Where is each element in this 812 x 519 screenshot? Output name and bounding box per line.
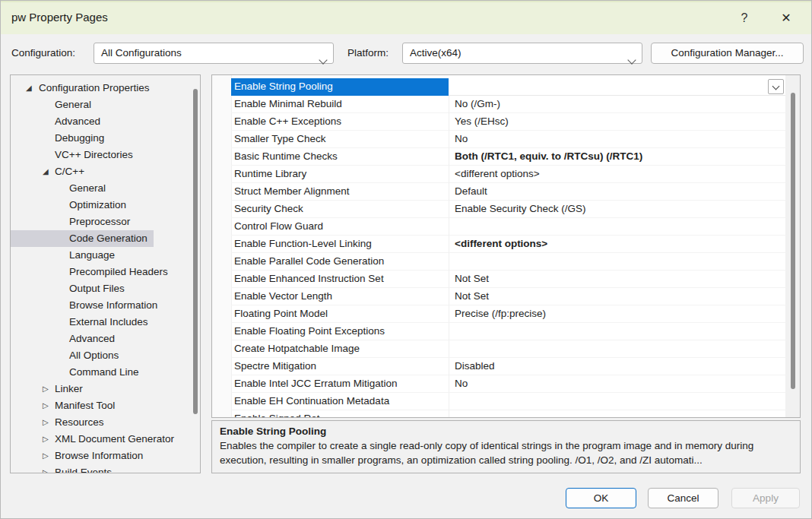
property-value[interactable]	[449, 323, 785, 340]
tree-item-advanced[interactable]: Advanced	[11, 331, 188, 347]
tree-item-debugging[interactable]: Debugging	[11, 130, 188, 147]
tree-item-browse-information[interactable]: ▷Browse Information	[11, 448, 188, 464]
property-row-runtime-library[interactable]: Runtime Library<different options>	[231, 166, 785, 183]
property-row-control-flow-guard[interactable]: Control Flow Guard	[231, 218, 785, 236]
grid-scrollbar-thumb[interactable]	[791, 93, 795, 389]
configuration-manager-button[interactable]: Configuration Manager...	[651, 43, 804, 64]
cancel-button[interactable]: Cancel	[648, 488, 718, 508]
help-icon[interactable]: ?	[734, 8, 755, 28]
tree-item-optimization[interactable]: Optimization	[11, 197, 188, 214]
property-row-enable-string-pooling[interactable]: Enable String Pooling	[231, 78, 785, 96]
property-row-enable-eh-continuation-metadata[interactable]: Enable EH Continuation Metadata	[231, 393, 785, 410]
collapsed-arrow-icon[interactable]: ▷	[43, 381, 49, 397]
property-name[interactable]: Floating Point Model	[231, 305, 449, 323]
property-row-enable-floating-point-exceptions[interactable]: Enable Floating Point Exceptions	[231, 323, 785, 340]
property-row-create-hotpatchable-image[interactable]: Create Hotpatchable Image	[231, 340, 785, 358]
tree-item-external-includes[interactable]: External Includes	[11, 314, 188, 331]
property-name[interactable]: Spectre Mitigation	[231, 358, 449, 375]
property-name[interactable]: Enable EH Continuation Metadata	[231, 393, 449, 410]
platform-dropdown[interactable]: Active(x64)	[402, 43, 642, 64]
tree-item-build-events[interactable]: ▷Build Events	[11, 464, 188, 473]
property-row-struct-member-alignment[interactable]: Struct Member AlignmentDefault	[231, 183, 785, 201]
property-name[interactable]: Enable Vector Length	[231, 288, 449, 305]
value-dropdown-button[interactable]	[768, 79, 784, 94]
tree-scrollbar[interactable]	[193, 89, 198, 414]
property-row-enable-intel-jcc-erratum-mitigation[interactable]: Enable Intel JCC Erratum MitigationNo	[231, 375, 785, 393]
property-value[interactable]	[449, 253, 785, 271]
property-value[interactable]: Not Set	[449, 271, 785, 288]
property-name[interactable]: Enable Signed Ret	[231, 410, 449, 417]
property-value[interactable]: Both (/RTC1, equiv. to /RTCsu) (/RTC1)	[449, 148, 785, 166]
property-name[interactable]: Smaller Type Check	[231, 131, 449, 148]
tree-item-linker[interactable]: ▷Linker	[11, 381, 188, 397]
property-value[interactable]: Not Set	[449, 288, 785, 305]
property-name[interactable]: Enable Function-Level Linking	[231, 236, 449, 253]
expanded-arrow-icon[interactable]: ◢	[43, 163, 49, 180]
tree-item-c-c[interactable]: ◢C/C++	[11, 163, 188, 180]
tree-item-configuration-properties[interactable]: ◢Configuration Properties	[11, 80, 188, 97]
property-row-security-check[interactable]: Security CheckEnable Security Check (/GS…	[231, 201, 785, 218]
property-name[interactable]: Basic Runtime Checks	[231, 148, 449, 166]
property-value[interactable]: No	[449, 131, 785, 148]
tree-item-output-files[interactable]: Output Files	[11, 280, 188, 297]
tree-item-precompiled-headers[interactable]: Precompiled Headers	[11, 264, 188, 280]
property-value[interactable]: No	[449, 375, 785, 393]
property-value[interactable]: Yes (/EHsc)	[449, 113, 785, 131]
property-name[interactable]: Enable Enhanced Instruction Set	[231, 271, 449, 288]
property-name[interactable]: Enable Intel JCC Erratum Mitigation	[231, 375, 449, 393]
property-value[interactable]	[449, 78, 785, 96]
tree-item-browse-information[interactable]: Browse Information	[11, 297, 188, 314]
property-name[interactable]: Enable C++ Exceptions	[231, 113, 449, 131]
property-name[interactable]: Struct Member Alignment	[231, 183, 449, 201]
property-value[interactable]: Default	[449, 183, 785, 201]
property-value[interactable]	[449, 410, 785, 417]
property-row-enable-minimal-rebuild[interactable]: Enable Minimal RebuildNo (/Gm-)	[231, 96, 785, 113]
property-row-spectre-mitigation[interactable]: Spectre MitigationDisabled	[231, 358, 785, 375]
ok-button[interactable]: OK	[566, 488, 636, 508]
property-row-enable-parallel-code-generation[interactable]: Enable Parallel Code Generation	[231, 253, 785, 271]
property-value[interactable]: No (/Gm-)	[449, 96, 785, 113]
property-value[interactable]: Disabled	[449, 358, 785, 375]
property-row-enable-enhanced-instruction-set[interactable]: Enable Enhanced Instruction SetNot Set	[231, 271, 785, 288]
property-name[interactable]: Control Flow Guard	[231, 218, 449, 236]
property-row-enable-c-exceptions[interactable]: Enable C++ ExceptionsYes (/EHsc)	[231, 113, 785, 131]
tree-item-preprocessor[interactable]: Preprocessor	[11, 214, 188, 230]
property-row-smaller-type-check[interactable]: Smaller Type CheckNo	[231, 131, 785, 148]
property-value[interactable]	[449, 218, 785, 236]
collapsed-arrow-icon[interactable]: ▷	[43, 464, 49, 473]
tree-item-general[interactable]: General	[11, 180, 188, 197]
collapsed-arrow-icon[interactable]: ▷	[43, 448, 49, 464]
property-row-enable-vector-length[interactable]: Enable Vector LengthNot Set	[231, 288, 785, 305]
expanded-arrow-icon[interactable]: ◢	[26, 80, 32, 97]
tree-item-general[interactable]: General	[11, 97, 188, 113]
property-value[interactable]: <different options>	[449, 166, 785, 183]
tree-item-vc-directories[interactable]: VC++ Directories	[11, 147, 188, 163]
tree-item-all-options[interactable]: All Options	[11, 347, 188, 364]
property-row-basic-runtime-checks[interactable]: Basic Runtime ChecksBoth (/RTC1, equiv. …	[231, 148, 785, 166]
property-name[interactable]: Enable Floating Point Exceptions	[231, 323, 449, 340]
property-name[interactable]: Create Hotpatchable Image	[231, 340, 449, 358]
property-value[interactable]: <different options>	[449, 236, 785, 253]
close-icon[interactable]: ✕	[775, 8, 798, 28]
tree-item-code-generation[interactable]: Code Generation	[11, 230, 188, 247]
tree-item-resources[interactable]: ▷Resources	[11, 414, 188, 431]
property-value[interactable]	[449, 340, 785, 358]
tree-item-xml-document-generator[interactable]: ▷XML Document Generator	[11, 431, 188, 448]
property-value[interactable]	[449, 393, 785, 410]
tree-item-language[interactable]: Language	[11, 247, 188, 264]
property-name[interactable]: Runtime Library	[231, 166, 449, 183]
property-row-enable-function-level-linking[interactable]: Enable Function-Level Linking<different …	[231, 236, 785, 253]
collapsed-arrow-icon[interactable]: ▷	[43, 431, 49, 448]
grid-scrollbar-track[interactable]	[785, 75, 800, 417]
tree-item-command-line[interactable]: Command Line	[11, 364, 188, 381]
property-name[interactable]: Enable Minimal Rebuild	[231, 96, 449, 113]
property-row-floating-point-model[interactable]: Floating Point ModelPrecise (/fp:precise…	[231, 305, 785, 323]
property-name[interactable]: Enable String Pooling	[231, 78, 449, 96]
collapsed-arrow-icon[interactable]: ▷	[43, 397, 49, 414]
collapsed-arrow-icon[interactable]: ▷	[43, 414, 49, 431]
property-value[interactable]: Enable Security Check (/GS)	[449, 201, 785, 218]
configuration-dropdown[interactable]: All Configurations	[94, 43, 334, 64]
property-name[interactable]: Security Check	[231, 201, 449, 218]
tree-item-advanced[interactable]: Advanced	[11, 113, 188, 130]
property-value[interactable]: Precise (/fp:precise)	[449, 305, 785, 323]
